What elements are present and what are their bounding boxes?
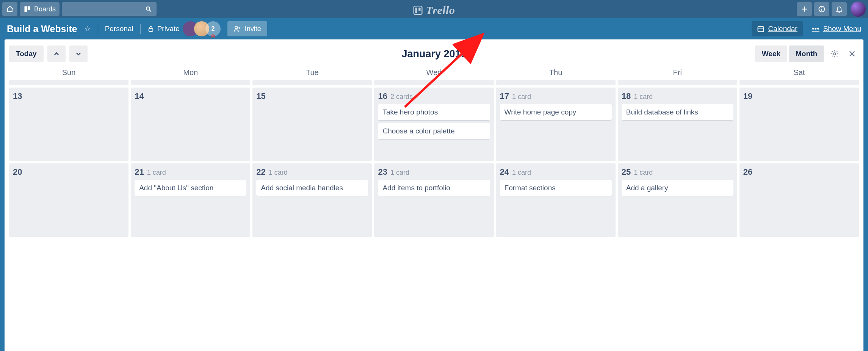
calendar-day[interactable]: 13 — [9, 88, 128, 161]
prev-button[interactable] — [47, 45, 66, 62]
svg-rect-5 — [415, 8, 417, 13]
day-of-week-row: SunMonTueWedThuFriSat — [9, 66, 859, 78]
card-count: 2 cards — [390, 93, 413, 101]
day-number: 17 — [500, 91, 509, 101]
day-of-week: Mon — [131, 66, 250, 78]
calendar-card[interactable]: Take hero photos — [378, 104, 490, 120]
svg-point-13 — [235, 26, 238, 29]
lock-icon — [147, 25, 154, 32]
star-board-button[interactable]: ☆ — [84, 24, 91, 33]
calendar-card[interactable]: Add items to portfolio — [378, 180, 490, 196]
boards-icon — [24, 5, 31, 13]
person-add-icon — [233, 25, 241, 33]
calendar-day[interactable]: 15 — [252, 88, 372, 161]
card-count: 1 card — [390, 169, 409, 177]
day-number: 26 — [743, 167, 752, 177]
team-button[interactable]: Personal — [105, 25, 133, 33]
boards-button[interactable]: Boards — [20, 2, 60, 16]
visibility-button[interactable]: Private — [147, 25, 180, 33]
svg-rect-6 — [418, 8, 420, 11]
trello-icon — [413, 5, 423, 15]
day-of-week: Sat — [740, 66, 859, 78]
card-count: 1 card — [634, 169, 653, 177]
chevron-down-icon — [75, 50, 82, 58]
global-header: Boards Trello — [0, 0, 868, 18]
home-button[interactable] — [2, 2, 17, 16]
svg-point-2 — [146, 7, 150, 10]
calendar-card[interactable]: Format sections — [500, 180, 612, 196]
day-number: 21 — [135, 167, 144, 177]
day-number: 18 — [622, 91, 631, 101]
day-number: 16 — [378, 91, 387, 101]
member-count[interactable]: 2 — [205, 21, 221, 36]
day-of-week: Wed — [374, 66, 494, 78]
search-input[interactable] — [62, 2, 157, 16]
chevrons-icon — [210, 33, 216, 38]
day-number: 20 — [13, 167, 22, 177]
calendar-card[interactable]: Write home page copy — [500, 104, 612, 120]
svg-rect-0 — [25, 6, 27, 12]
view-month-button[interactable]: Month — [789, 45, 824, 62]
today-button[interactable]: Today — [9, 45, 44, 62]
bell-icon — [835, 5, 843, 13]
svg-rect-4 — [414, 6, 422, 14]
calendar-day[interactable]: 20 — [9, 163, 128, 237]
chevron-up-icon — [53, 50, 60, 58]
plus-icon — [801, 5, 808, 13]
card-count: 1 card — [269, 169, 288, 177]
ellipsis-icon: ••• — [812, 25, 819, 33]
boards-label: Boards — [34, 5, 56, 13]
card-count: 1 card — [634, 93, 653, 101]
board-header: Build a Website ☆ Personal Private 2 Inv… — [0, 18, 868, 39]
calendar-powerup-button[interactable]: Calendar — [752, 21, 803, 36]
calendar-icon — [757, 25, 765, 33]
svg-rect-12 — [149, 28, 153, 31]
calendar-card[interactable]: Add a gallery — [622, 180, 733, 196]
calendar-day[interactable]: 251 cardAdd a gallery — [618, 163, 737, 237]
svg-point-11 — [821, 7, 822, 8]
calendar-day[interactable]: 241 cardFormat sections — [496, 163, 616, 237]
gear-icon — [830, 50, 839, 58]
calendar-day[interactable]: 231 cardAdd items to portfolio — [374, 163, 494, 237]
calendar-day[interactable]: 221 cardAdd social media handles — [252, 163, 372, 237]
view-week-button[interactable]: Week — [755, 45, 787, 62]
day-of-week: Fri — [618, 66, 737, 78]
calendar-card[interactable]: Choose a color palette — [378, 123, 490, 139]
day-number: 23 — [378, 167, 387, 177]
brand-logo: Trello — [413, 4, 455, 17]
day-number: 24 — [500, 167, 509, 177]
close-icon — [848, 50, 856, 58]
day-number: 14 — [135, 91, 144, 101]
invite-button[interactable]: Invite — [227, 21, 267, 36]
search-icon — [145, 6, 152, 13]
day-number: 22 — [256, 167, 265, 177]
svg-rect-1 — [28, 6, 30, 10]
calendar-day[interactable]: 162 cardsTake hero photosChoose a color … — [374, 88, 494, 161]
svg-line-3 — [149, 10, 151, 12]
create-button[interactable] — [797, 2, 812, 16]
user-avatar[interactable] — [851, 2, 866, 17]
day-of-week: Thu — [496, 66, 616, 78]
show-menu-button[interactable]: ••• Show Menu — [812, 25, 861, 33]
calendar-settings-button[interactable] — [828, 47, 841, 61]
calendar-card[interactable]: Build database of links — [622, 104, 733, 120]
calendar-day[interactable]: 181 cardBuild database of links — [618, 88, 737, 161]
calendar-day[interactable]: 14 — [131, 88, 250, 161]
day-number: 19 — [743, 91, 752, 101]
calendar-day[interactable]: 26 — [740, 163, 859, 237]
calendar-day[interactable]: 19 — [740, 88, 859, 161]
info-button[interactable] — [814, 2, 829, 16]
next-button[interactable] — [69, 45, 88, 62]
calendar-day[interactable]: 211 cardAdd "About Us" section — [131, 163, 250, 237]
card-count: 1 card — [147, 169, 166, 177]
calendar-title: January 2019 — [401, 48, 466, 60]
close-calendar-button[interactable] — [845, 47, 859, 61]
day-number: 15 — [256, 91, 265, 101]
calendar-day[interactable]: 171 cardWrite home page copy — [496, 88, 616, 161]
member-stack[interactable]: 2 — [186, 21, 221, 36]
calendar-card[interactable]: Add social media handles — [256, 180, 368, 196]
day-number: 13 — [13, 91, 22, 101]
calendar-card[interactable]: Add "About Us" section — [135, 180, 246, 196]
notifications-button[interactable] — [832, 2, 847, 16]
day-of-week: Tue — [252, 66, 372, 78]
